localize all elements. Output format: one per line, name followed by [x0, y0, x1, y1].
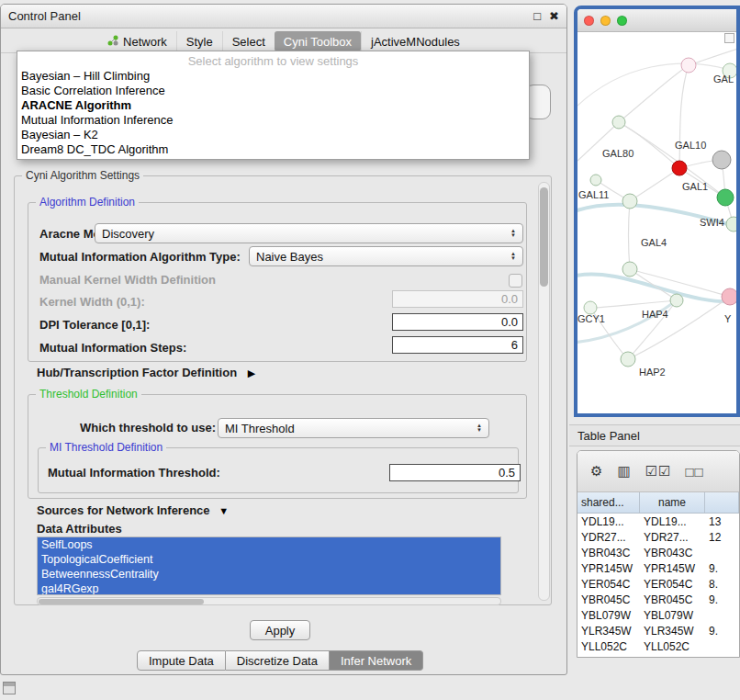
- table-cell: YER054C: [640, 578, 705, 591]
- close-light-icon[interactable]: [584, 16, 594, 26]
- network-node[interactable]: [717, 189, 734, 206]
- attribute-item-betweennesscentrality[interactable]: BetweennessCentrality: [38, 567, 500, 581]
- attribute-item-selfloops[interactable]: SelfLoops: [38, 537, 500, 552]
- table-row[interactable]: YBR043CYBR043C: [577, 545, 739, 560]
- network-icon: [107, 35, 118, 49]
- table-cell: YLL052C: [640, 640, 705, 653]
- table-row[interactable]: YLR345WYLR345W9.: [577, 623, 739, 638]
- tab-label: Select: [232, 35, 265, 49]
- minimize-light-icon[interactable]: [600, 16, 611, 26]
- control-panel-titlebar[interactable]: Control Panel □ ✖: [1, 5, 566, 28]
- network-node[interactable]: [670, 294, 683, 307]
- table-row[interactable]: YPR145WYPR145W9.: [577, 560, 739, 576]
- algorithm-option-mutual-information-inference[interactable]: Mutual Information Inference: [17, 113, 529, 128]
- bottom-tab-infer-network[interactable]: Infer Network: [330, 650, 423, 671]
- network-node[interactable]: [672, 161, 687, 175]
- mi-steps-field[interactable]: [392, 336, 523, 354]
- settings-scrollbar-thumb[interactable]: [540, 187, 548, 287]
- kernel-width-label: Kernel Width (0,1):: [39, 295, 145, 310]
- hub-section-toggle[interactable]: Hub/Transcription Factor Definition ▶: [37, 366, 255, 380]
- network-node[interactable]: [722, 288, 736, 305]
- table-row[interactable]: YLL052CYLL052C: [577, 638, 739, 654]
- table-cell: YLL052C: [577, 640, 640, 653]
- tab-network[interactable]: Network: [98, 31, 176, 51]
- which-threshold-dropdown[interactable]: MI Threshold ▲▼: [218, 418, 489, 438]
- manual-kernel-checkbox[interactable]: [509, 274, 522, 288]
- network-node[interactable]: [622, 262, 637, 277]
- tab-select[interactable]: Select: [222, 31, 275, 51]
- dpi-tolerance-field[interactable]: [392, 313, 523, 331]
- network-node[interactable]: [584, 301, 597, 314]
- column-header-2[interactable]: [705, 492, 739, 513]
- algorithm-option-aracne-algorithm[interactable]: ARACNE Algorithm: [17, 98, 529, 113]
- table-cell: YDL19...: [577, 515, 640, 528]
- tab-style[interactable]: Style: [176, 31, 222, 51]
- threshold-definition-title: Threshold Definition: [36, 388, 141, 401]
- table-panel-header[interactable]: Table Panel: [569, 424, 740, 446]
- table-row[interactable]: YDR27...YDR27...12: [577, 529, 739, 545]
- table-toolbar: ⚙▥☑☑□□: [577, 451, 739, 492]
- aracne-mode-dropdown[interactable]: Discovery ▲▼: [95, 223, 523, 243]
- close-window-icon[interactable]: ✖: [549, 9, 559, 23]
- network-node[interactable]: [590, 175, 601, 186]
- sources-section-toggle[interactable]: Sources for Network Inference ▼: [37, 503, 229, 518]
- network-edge: [619, 122, 679, 168]
- tab-jactivemnodules[interactable]: jActiveMNodules: [361, 31, 469, 51]
- table-row[interactable]: YBL079WYBL079W: [577, 607, 739, 623]
- table-cell: 12: [705, 531, 739, 544]
- bottom-tab-discretize-data[interactable]: Discretize Data: [226, 650, 330, 671]
- network-node[interactable]: [622, 194, 637, 209]
- algorithm-option-basic-correlation-inference[interactable]: Basic Correlation Inference: [17, 84, 529, 98]
- table-cell: YPR145W: [577, 562, 640, 575]
- table-cell: YLR345W: [640, 625, 705, 638]
- bottom-tab-impute-data[interactable]: Impute Data: [137, 650, 226, 671]
- docked-panel-icon[interactable]: [3, 682, 16, 694]
- network-canvas[interactable]: GALGAL80GAL10GAL11GAL1SWI4GAL4GCY1HAP4YH…: [577, 32, 736, 414]
- mi-type-dropdown[interactable]: Naive Bayes ▲▼: [249, 246, 523, 266]
- table-cell: 9.: [705, 625, 739, 638]
- mi-threshold-field[interactable]: [389, 464, 521, 481]
- dropdown-arrows-icon: ▲▼: [505, 252, 516, 261]
- column-header-shared[interactable]: shared...: [577, 492, 640, 513]
- table-row[interactable]: YDL19...YDL19...13: [577, 514, 739, 529]
- scroll-corner-box: [724, 33, 734, 43]
- settings-gear-icon[interactable]: ⚙: [590, 463, 603, 480]
- algorithm-option-dream8-dc-tdc-algorithm[interactable]: Dream8 DC_TDC Algorithm: [17, 142, 529, 157]
- kernel-width-field[interactable]: [392, 290, 523, 308]
- table-cell: YER054C: [577, 578, 640, 591]
- algorithm-option-bayesian-hill-climbing[interactable]: Bayesian – Hill Climbing: [17, 69, 529, 84]
- attributes-hscrollbar-thumb[interactable]: [39, 599, 204, 604]
- table-row[interactable]: YER054CYER054C8.: [577, 576, 739, 592]
- settings-scrollbar[interactable]: [538, 182, 550, 601]
- sources-section-label: Sources for Network Inference: [37, 503, 210, 517]
- deselect-all-icon[interactable]: □□: [686, 464, 704, 480]
- collapsed-arrow-icon[interactable]: ▶: [248, 367, 255, 378]
- attributes-hscrollbar[interactable]: [37, 597, 501, 605]
- float-window-icon[interactable]: □: [533, 9, 541, 23]
- select-all-icon[interactable]: ☑☑: [645, 463, 672, 480]
- tab-cyni-toolbox[interactable]: Cyni Toolbox: [275, 31, 361, 51]
- data-attributes-list[interactable]: SelfLoopsTopologicalCoefficientBetweenne…: [37, 536, 501, 595]
- table-cell: YBR045C: [577, 593, 640, 606]
- network-node[interactable]: [612, 116, 625, 129]
- hub-section-label: Hub/Transcription Factor Definition: [37, 366, 237, 379]
- attribute-item-topologicalcoefficient[interactable]: TopologicalCoefficient: [38, 552, 500, 567]
- table-header-row: shared...name: [577, 492, 739, 514]
- mi-type-label: Mutual Information Algorithm Type:: [39, 250, 241, 265]
- network-node[interactable]: [681, 58, 696, 73]
- table-columns-icon[interactable]: ▥: [617, 463, 631, 480]
- node-label-gal10: GAL10: [675, 140, 706, 151]
- network-node[interactable]: [712, 151, 731, 169]
- expanded-arrow-icon[interactable]: ▼: [219, 505, 229, 516]
- dropdown-arrows-icon: ▲▼: [471, 423, 482, 433]
- zoom-light-icon[interactable]: [617, 16, 627, 26]
- column-header-name[interactable]: name: [640, 492, 705, 513]
- table-row[interactable]: YBR045CYBR045C9.: [577, 592, 739, 607]
- network-window-titlebar[interactable]: [577, 9, 736, 32]
- attribute-item-gal4rgexp[interactable]: gal4RGexp: [38, 581, 500, 595]
- network-node[interactable]: [621, 352, 635, 367]
- threshold-definition-group: Threshold Definition Which threshold to …: [28, 394, 527, 499]
- apply-button[interactable]: Apply: [250, 620, 310, 640]
- algorithm-option-bayesian-k2[interactable]: Bayesian – K2: [17, 128, 529, 142]
- network-node[interactable]: [726, 217, 736, 231]
